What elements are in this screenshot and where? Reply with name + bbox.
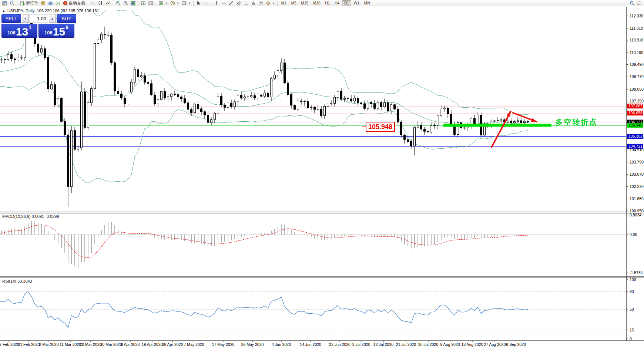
- text-button[interactable]: A: [250, 0, 257, 6]
- templates-button[interactable]: ▼: [181, 0, 192, 6]
- candle: [224, 105, 226, 107]
- vline-button[interactable]: [213, 0, 220, 6]
- hline-button[interactable]: [220, 0, 227, 6]
- zoom-in-button[interactable]: [115, 0, 122, 6]
- virtual-hosting-icon: [48, 1, 53, 6]
- candle: [287, 83, 289, 94]
- sell-price-base: 106: [7, 30, 16, 36]
- candle: [221, 96, 222, 105]
- candle: [237, 95, 239, 102]
- svg-text:106.658: 106.658: [628, 111, 643, 115]
- candle: [137, 70, 139, 77]
- candle: [201, 109, 202, 112]
- text-icon: A: [251, 1, 256, 6]
- candle: [4, 60, 6, 60]
- svg-text:100.950: 100.950: [630, 209, 644, 213]
- candle: [374, 104, 376, 108]
- timeframe-m15-button[interactable]: M15: [299, 0, 311, 6]
- search-icon[interactable]: [630, 1, 634, 6]
- new-chart-button[interactable]: [140, 0, 147, 6]
- tile-windows-button[interactable]: [130, 0, 137, 6]
- candle: [164, 91, 166, 98]
- candle: [420, 125, 422, 129]
- one-click-trading-panel[interactable]: SELL ▼ ▲ BUY 106 13 1 106 15 6: [1, 14, 74, 38]
- candle: [234, 102, 236, 107]
- trendline-button[interactable]: [228, 0, 235, 6]
- chart-shift-button[interactable]: [147, 0, 154, 6]
- candle: [47, 58, 49, 89]
- sell-button[interactable]: SELL: [1, 14, 21, 23]
- cursor-button[interactable]: [195, 0, 202, 6]
- chart-window[interactable]: 112.330111.610110.910110.190109.490108.7…: [0, 7, 644, 347]
- candle: [121, 94, 123, 98]
- candle: [111, 35, 113, 63]
- timeframe-m1-button[interactable]: M1: [279, 0, 289, 6]
- volume-input[interactable]: [30, 14, 48, 23]
- timeframe-w1-button[interactable]: W1: [352, 0, 362, 6]
- collapse-icon[interactable]: ▲: [2, 9, 5, 13]
- history-book-button[interactable]: [40, 0, 47, 6]
- timeframe-mn-button[interactable]: MN: [362, 0, 372, 6]
- line-chart-button[interactable]: [104, 0, 111, 6]
- candle: [204, 112, 206, 115]
- buy-button[interactable]: BUY: [57, 14, 76, 23]
- candle: [344, 98, 346, 99]
- candle-chart-button[interactable]: [97, 0, 104, 6]
- candle: [261, 95, 262, 96]
- indicators-button[interactable]: ▼: [158, 0, 169, 6]
- new-order-button[interactable]: 新订单: [19, 0, 39, 6]
- timeframe-d1-button[interactable]: D1: [342, 0, 351, 6]
- periods-button[interactable]: ▼: [169, 0, 180, 6]
- candle: [184, 99, 186, 103]
- text-label-button[interactable]: T: [257, 0, 264, 6]
- candle: [524, 121, 526, 123]
- sell-price-button[interactable]: 106 13 1: [1, 24, 37, 38]
- dropdown-arrow-icon: ▼: [165, 2, 168, 4]
- candle: [520, 121, 522, 123]
- turning-point-note[interactable]: 多空转折点: [555, 117, 598, 127]
- svg-text:0: 0: [630, 337, 632, 341]
- candle: [497, 120, 499, 121]
- candle: [71, 131, 73, 187]
- market-watch-button[interactable]: [9, 0, 16, 6]
- svg-text:0.8034: 0.8034: [630, 213, 641, 217]
- autotrading-button[interactable]: 自动交易: [62, 0, 86, 6]
- price-callout-label[interactable]: 105.948: [366, 122, 395, 132]
- candle: [167, 97, 169, 98]
- volume-decrease-button[interactable]: ▼: [22, 14, 29, 23]
- candle: [437, 116, 439, 125]
- virtual-hosting-button[interactable]: [47, 0, 54, 6]
- price-chart-canvas[interactable]: 112.330111.610110.910110.190109.490108.7…: [0, 7, 644, 347]
- signals-button[interactable]: [54, 0, 61, 6]
- chart-shift-icon: [148, 1, 153, 6]
- toolbar-separator: [211, 1, 211, 6]
- turning-point-band[interactable]: [443, 124, 551, 127]
- timeframe-h1-button[interactable]: H1: [323, 0, 332, 6]
- buy-price-button[interactable]: 106 15 6: [38, 24, 74, 38]
- candle: [131, 82, 133, 92]
- chat-icon[interactable]: [637, 1, 641, 6]
- candle: [211, 119, 212, 122]
- volume-increase-button[interactable]: ▲: [49, 14, 56, 23]
- bar-chart-button[interactable]: [90, 0, 97, 6]
- candle: [187, 103, 189, 110]
- timeframe-m30-button[interactable]: M30: [311, 0, 322, 6]
- timeframe-m5-button[interactable]: M5: [289, 0, 299, 6]
- svg-text:23 Jun 2020: 23 Jun 2020: [329, 342, 350, 347]
- candle: [267, 93, 269, 97]
- candle: [241, 95, 242, 98]
- channel-button[interactable]: E: [235, 0, 242, 6]
- shapes-button[interactable]: ▼: [265, 0, 276, 6]
- candle: [424, 129, 426, 131]
- fibonacci-button[interactable]: F: [242, 0, 249, 6]
- zoom-out-button[interactable]: [122, 0, 129, 6]
- svg-text:100: 100: [630, 277, 636, 282]
- candle: [257, 95, 259, 98]
- chart-window-button[interactable]: [1, 0, 8, 6]
- candle: [347, 98, 349, 99]
- svg-text:50: 50: [630, 307, 634, 311]
- candle: [291, 95, 292, 105]
- crosshair-button[interactable]: [202, 0, 209, 6]
- timeframe-h4-button[interactable]: H4: [332, 0, 342, 6]
- svg-text:107.067: 107.067: [628, 104, 643, 108]
